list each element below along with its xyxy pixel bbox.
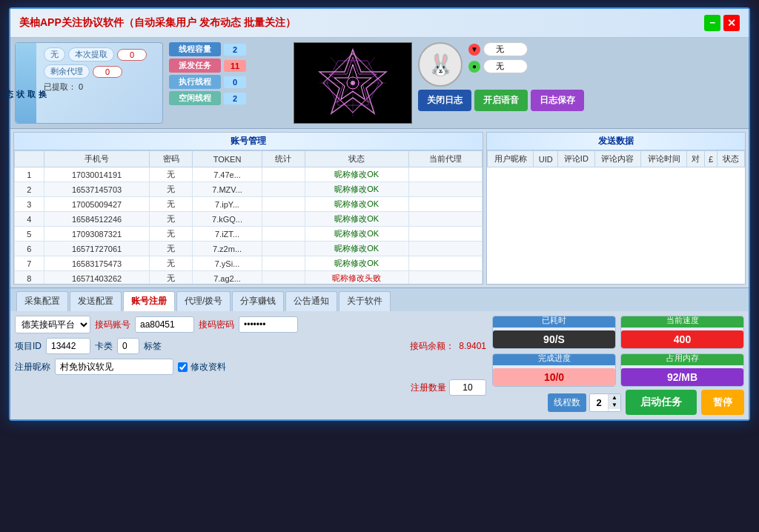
status-indicators: ▼ 无 ● 无 [468,42,528,73]
send-col-uid: UID [534,151,558,167]
cell-phone: 17093087321 [44,227,150,242]
start-task-button[interactable]: 启动任务 [626,390,697,415]
cell-count [262,197,305,212]
cell-proxy [408,227,482,242]
elapsed-title: 已耗时 [492,316,616,327]
send-col-comment-content: 评论内容 [594,151,640,167]
tab-account[interactable]: 账号注册 [123,291,175,311]
cell-token: 7.47e... [193,167,262,182]
tab-send[interactable]: 发送配置 [70,291,122,311]
exchange-label[interactable]: 换取状态 [16,43,36,123]
tab-notice[interactable]: 公告通知 [285,291,337,311]
cell-num: 4 [15,212,44,227]
extracted-label: 已提取： [44,82,76,91]
elapsed-metric: 已耗时 90/S [492,316,616,349]
cell-proxy [408,182,482,197]
metrics-grid: 已耗时 90/S 当前速度 400 完成进度 10/0 占用内存 92/MB [492,316,744,387]
nickname-row: 注册昵称 修改资料 [15,359,486,375]
cell-status: 昵称修改OK [305,227,408,242]
cell-password: 无 [150,227,193,242]
title-bar: 美柚APP关注协议软件（自动采集用户 发布动态 批量关注） － ✕ [10,9,749,38]
account-section: 账号管理 手机号 密码 TOKEN 统计 状态 当前代理 [13,132,483,285]
thread-up-button[interactable]: ▲ [609,394,620,402]
thread-down-button[interactable]: ▼ [609,402,620,409]
cell-token: 7.ipY... [193,197,262,212]
password-input[interactable] [239,316,298,333]
bottom-panel: 德芙接码平台 接码账号 接码密码 项目ID 卡类 标签 接码余额： 8.9401… [10,311,749,419]
cell-token: 7.ySi... [193,256,262,271]
cell-num: 3 [15,197,44,212]
cell-count [262,271,305,285]
table-row: 6 16571727061 无 7.z2m... 昵称修改OK [15,242,483,256]
cell-password: 无 [150,182,193,197]
reg-count-label: 注册数量 [411,382,446,394]
cell-num: 5 [15,227,44,242]
modify-info-checkbox[interactable] [178,362,188,372]
send-section-header: 发送数据 [487,133,745,150]
cell-token: 7.iZT... [193,227,262,242]
stat-value-thread-capacity: 2 [224,44,246,56]
close-log-button[interactable]: 关闭日志 [418,90,471,111]
cell-status: 昵称修改头败 [305,271,408,285]
cell-proxy [408,242,482,256]
tab-proxy[interactable]: 代理/拨号 [176,291,231,311]
extract-value: 0 [117,49,147,61]
stat-label-idle: 空闲线程 [169,91,221,105]
title-controls: － ✕ [704,15,740,31]
send-section: 发送数据 用户昵称 UID 评论ID 评论内容 评论时间 对 £ 状态 [486,132,746,285]
progress-title: 完成进度 [492,353,616,365]
cell-proxy [408,197,482,212]
cell-count [262,182,305,197]
col-status: 状态 [305,151,408,167]
cell-phone: 16584512246 [44,212,150,227]
cell-phone: 16583175473 [44,256,150,271]
tab-collect[interactable]: 采集配置 [16,291,68,311]
send-table-wrapper[interactable]: 用户昵称 UID 评论ID 评论内容 评论时间 对 £ 状态 [487,150,745,167]
bottom-right: 已耗时 90/S 当前速度 400 完成进度 10/0 占用内存 92/MB [492,316,744,415]
cell-password: 无 [150,212,193,227]
reg-count-input[interactable] [449,379,486,396]
send-table: 用户昵称 UID 评论ID 评论内容 评论时间 对 £ 状态 [487,150,745,167]
col-token: TOKEN [193,151,262,167]
red-dot-icon: ▼ [468,44,480,56]
account-input[interactable] [135,316,194,333]
send-col-comment-id: 评论ID [558,151,594,167]
card-type-input[interactable] [117,338,139,354]
col-password: 密码 [150,151,193,167]
cell-proxy [408,256,482,271]
remaining-value: 0 [93,66,122,78]
indicator-text-2: 无 [483,59,528,73]
project-id-input[interactable] [46,338,90,354]
extracted-value: 0 [79,82,83,91]
cell-phone: 17030014191 [44,167,150,182]
tab-share[interactable]: 分享赚钱 [232,291,284,311]
indicator-row-1: ▼ 无 [468,42,528,56]
stat-label-exec: 执行线程 [169,75,221,89]
close-button[interactable]: ✕ [723,15,740,31]
platform-select[interactable]: 德芙接码平台 [15,316,90,333]
pause-button[interactable]: 暂停 [701,390,744,415]
thread-spinner: 2 ▲ ▼ [589,393,621,412]
account-table: 手机号 密码 TOKEN 统计 状态 当前代理 1 17030014191 无 … [14,150,483,284]
right-top: 🐰 ▼ 无 ● 无 [418,42,744,87]
balance-value: 8.9401 [459,341,486,351]
account-label: 接码账号 [95,319,130,331]
open-voice-button[interactable]: 开启语音 [474,90,528,111]
send-col-comment-time: 评论时间 [640,151,686,167]
password-label: 接码密码 [199,319,234,331]
save-log-button[interactable]: 日志保存 [531,90,584,111]
right-panel: 🐰 ▼ 无 ● 无 关闭日志 开启语音 日志保存 [418,42,744,124]
stat-value-dispatch: 11 [224,60,246,72]
top-section: 换取状态 无 本次提取 0 剩余代理 0 已提取： 0 线程容 [10,38,749,129]
send-col-col6: 对 [687,151,705,167]
account-table-wrapper[interactable]: 手机号 密码 TOKEN 统计 状态 当前代理 1 17030014191 无 … [14,150,483,284]
cell-token: 7.kGQ... [193,212,262,227]
tab-about[interactable]: 关于软件 [339,291,391,311]
nickname-input[interactable] [55,359,173,375]
stat-label-dispatch: 派发任务 [169,59,221,73]
minimize-button[interactable]: － [704,15,720,31]
progress-value: 10/0 [493,368,615,386]
reg-count-row: 注册数量 [15,379,486,396]
cell-num: 1 [15,167,44,182]
status-panel: 换取状态 无 本次提取 0 剩余代理 0 已提取： 0 [15,42,163,124]
